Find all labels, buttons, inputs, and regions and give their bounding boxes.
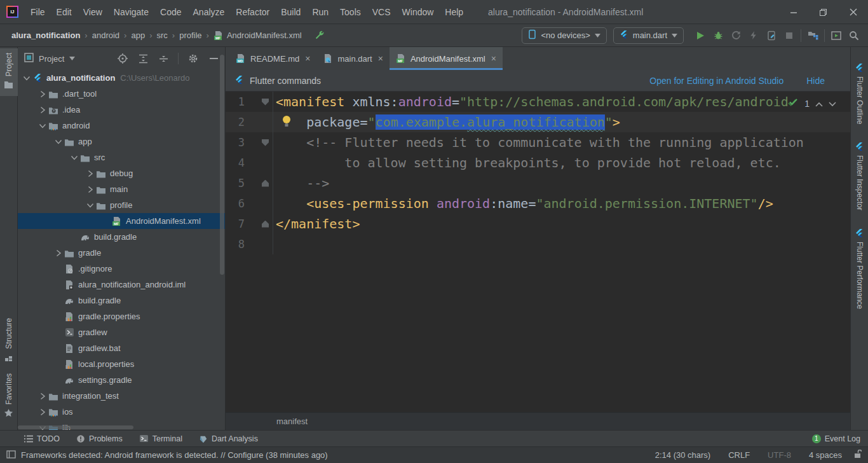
- flutter-wrench-icon[interactable]: [311, 27, 329, 44]
- line-ending[interactable]: CRLF: [722, 450, 756, 460]
- tree-vertical-scrollbar[interactable]: [220, 55, 224, 275]
- breadcrumb-profile[interactable]: profile: [177, 29, 204, 41]
- hide-banner-link[interactable]: Hide: [806, 76, 825, 86]
- chevron-right-icon[interactable]: [37, 89, 48, 99]
- stripe-tab-flutter-inspector[interactable]: Flutter Inspector: [851, 137, 868, 215]
- tree-row-local-properties[interactable]: local.properties: [18, 356, 225, 372]
- tree-row-app[interactable]: app: [18, 134, 225, 149]
- menu-edit[interactable]: Edit: [51, 0, 78, 24]
- tree-row-build-gradle[interactable]: build.gradle: [18, 229, 225, 245]
- tree-row-gradle[interactable]: gradle: [18, 245, 225, 261]
- gutter[interactable]: 3: [226, 132, 273, 153]
- gutter[interactable]: 2: [226, 112, 273, 132]
- tree-row-idea[interactable]: .idea: [18, 102, 225, 118]
- search-everywhere-icon[interactable]: [845, 27, 863, 44]
- intention-bulb-icon[interactable]: [281, 115, 293, 128]
- code-line-4[interactable]: 4 to allow setting breakpoints, to provi…: [226, 153, 850, 173]
- chevron-down-icon[interactable]: [69, 153, 79, 163]
- gutter[interactable]: 6: [226, 193, 273, 214]
- menu-navigate[interactable]: Navigate: [108, 0, 154, 24]
- indent-setting[interactable]: 4 spaces: [803, 450, 848, 460]
- fold-marker-icon[interactable]: [262, 180, 269, 187]
- toolwindow-event-log[interactable]: 1Event Log: [812, 434, 860, 443]
- close-tab-icon[interactable]: ×: [378, 53, 383, 64]
- lock-icon[interactable]: [853, 450, 862, 460]
- project-panel-title[interactable]: Project: [39, 54, 64, 64]
- code-line-7[interactable]: 7</manifest>: [226, 214, 850, 234]
- breadcrumb-file[interactable]: MFAndroidManifest.xml: [211, 29, 304, 42]
- gutter[interactable]: 5: [226, 173, 273, 193]
- tree-row-ios[interactable]: ios: [18, 404, 225, 420]
- menu-build[interactable]: Build: [275, 0, 306, 24]
- chevron-right-icon[interactable]: [37, 391, 48, 401]
- tree-row-gitignore[interactable]: .gitignore: [18, 261, 225, 277]
- chevron-right-icon[interactable]: [37, 105, 48, 115]
- tree-row-integration-test[interactable]: integration_test: [18, 388, 225, 404]
- gear-icon[interactable]: [186, 51, 201, 66]
- tree-row-settings-gradle[interactable]: settings.gradle: [18, 372, 225, 388]
- code-editor[interactable]: 1 1<manifest xmlns:android="http://schem…: [226, 92, 850, 412]
- stripe-tab-flutter-outline[interactable]: Flutter Outline: [851, 59, 868, 128]
- stop-button[interactable]: [780, 27, 798, 44]
- device-selector[interactable]: <no devices>: [522, 27, 606, 44]
- chevron-right-icon[interactable]: [85, 169, 95, 179]
- tree-row-profile[interactable]: profile: [18, 197, 225, 213]
- fold-marker-icon[interactable]: [262, 139, 269, 146]
- expand-all-icon[interactable]: [135, 51, 151, 66]
- tab-main-dart[interactable]: main.dart×: [316, 47, 389, 70]
- breadcrumb-alura-notification[interactable]: alura_notification: [9, 29, 83, 41]
- run-button[interactable]: [691, 27, 709, 44]
- gutter[interactable]: 8: [226, 234, 273, 254]
- lightning-icon[interactable]: [745, 27, 763, 44]
- chevron-down-icon[interactable]: [53, 137, 64, 147]
- chevron-down-icon[interactable]: [85, 200, 95, 211]
- menu-view[interactable]: View: [78, 0, 108, 24]
- collapse-all-icon[interactable]: [156, 51, 171, 66]
- tree-horizontal-scrollbar[interactable]: [18, 425, 133, 429]
- stripe-tab-flutter-performance[interactable]: Flutter Performance: [851, 224, 868, 314]
- chevron-down-icon[interactable]: [21, 73, 32, 83]
- menu-tools[interactable]: Tools: [334, 0, 367, 24]
- restore-button[interactable]: [808, 0, 838, 24]
- caret-position[interactable]: 2:14 (30 chars): [649, 450, 717, 460]
- tree-row-alura-notification-android-iml[interactable]: alura_notification_android.iml: [18, 277, 225, 293]
- tab-androidmanifest-xml[interactable]: MFAndroidManifest.xml×: [390, 47, 503, 70]
- code-line-3[interactable]: 3 <!-- Flutter needs it to communicate w…: [226, 132, 850, 153]
- flutter-attach-button[interactable]: [763, 27, 780, 44]
- tab-readme-md[interactable]: MDREADME.md×: [229, 47, 316, 70]
- tree-row-gradlew[interactable]: gradlew: [18, 324, 225, 340]
- chevron-right-icon[interactable]: [53, 248, 64, 258]
- tree-row-debug[interactable]: debug: [18, 165, 225, 181]
- stripe-tab-project[interactable]: Project: [0, 48, 18, 96]
- toolwindow-terminal[interactable]: Terminal: [139, 434, 182, 443]
- close-tab-icon[interactable]: ×: [491, 53, 496, 64]
- run-config-selector[interactable]: main.dart: [613, 27, 684, 44]
- tree-row-gradle-properties[interactable]: gradle.properties: [18, 308, 225, 324]
- menu-run[interactable]: Run: [306, 0, 334, 24]
- toolwindow-toggle-icon[interactable]: [6, 450, 16, 460]
- breadcrumb-android[interactable]: android: [90, 29, 122, 41]
- fold-marker-icon[interactable]: [262, 221, 269, 228]
- run-anything-icon[interactable]: [827, 27, 845, 44]
- open-in-android-studio-link[interactable]: Open for Editing in Android Studio: [649, 76, 783, 86]
- close-button[interactable]: [838, 0, 868, 24]
- toolwindow-problems[interactable]: Problems: [76, 434, 123, 443]
- minimize-button[interactable]: [778, 0, 808, 24]
- profiler-button[interactable]: [727, 27, 745, 44]
- locate-file-icon[interactable]: [115, 51, 130, 66]
- code-line-2[interactable]: 2 package="com.example.alura_notificatio…: [226, 112, 850, 132]
- menu-help[interactable]: Help: [439, 0, 469, 24]
- tree-row-gradlew-bat[interactable]: gradlew.bat: [18, 340, 225, 356]
- code-line-1[interactable]: 1<manifest xmlns:android="http://schemas…: [226, 92, 850, 112]
- chevron-right-icon[interactable]: [37, 407, 48, 417]
- menu-code[interactable]: Code: [154, 0, 187, 24]
- menu-refactor[interactable]: Refactor: [230, 0, 275, 24]
- close-tab-icon[interactable]: ×: [305, 53, 310, 64]
- tree-row-alura-notification[interactable]: alura_notificationC:\Users\Leonardo: [18, 70, 225, 86]
- breadcrumb-app[interactable]: app: [128, 29, 147, 41]
- gutter[interactable]: 4: [226, 153, 273, 173]
- menu-file[interactable]: File: [25, 0, 51, 24]
- gutter[interactable]: 1: [226, 92, 273, 112]
- breadcrumb-src[interactable]: src: [154, 29, 170, 41]
- toolwindow-dart-analysis[interactable]: Dart Analysis: [199, 434, 258, 443]
